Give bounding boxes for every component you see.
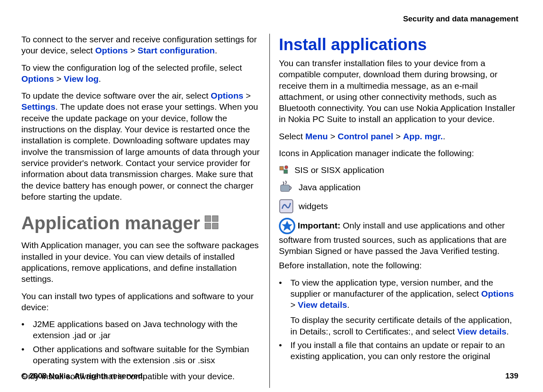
widgets-icon xyxy=(279,199,294,214)
app-manager-icon xyxy=(204,215,221,231)
link-control-panel[interactable]: Control panel xyxy=(338,131,393,141)
link-menu[interactable]: Menu xyxy=(305,131,328,141)
para-icons-indicate: Icons in Application manager indicate th… xyxy=(279,148,518,159)
text: To update the device software over the a… xyxy=(21,91,211,100)
sis-icon xyxy=(279,165,290,175)
svg-rect-1 xyxy=(212,216,218,221)
text: To view the application type, version nu… xyxy=(290,278,493,298)
list-item: • If you install a file that contains an… xyxy=(279,339,518,362)
para-security-cert: To display the security certificate deta… xyxy=(290,314,518,337)
bullet-text: Other applications and software suitable… xyxy=(33,344,260,366)
copyright-text: © 2008 Nokia. All rights reserved. xyxy=(21,371,145,380)
content-columns: To connect to the server and receive con… xyxy=(21,34,518,388)
link-start-configuration[interactable]: Start configuration xyxy=(138,46,215,55)
icon-label: Java application xyxy=(299,182,361,193)
right-column: Install applications You can transfer in… xyxy=(270,34,518,388)
para-view-details: To view the application type, version nu… xyxy=(290,277,518,311)
link-options[interactable]: Options xyxy=(95,46,128,55)
para-install-types: You can install two types of application… xyxy=(21,291,260,313)
svg-point-6 xyxy=(285,166,288,169)
breadcrumb-arrow: > xyxy=(56,74,64,83)
important-note: Important: Only install and use applicat… xyxy=(279,218,518,257)
list-item: • To view the application type, version … xyxy=(279,277,518,337)
text: . xyxy=(347,300,350,309)
bullet-dot: • xyxy=(279,339,290,362)
bullet-dot: • xyxy=(279,277,290,337)
breadcrumb-arrow: > xyxy=(130,46,138,55)
svg-rect-0 xyxy=(205,216,211,221)
bullet-text: J2ME applications based on Java technolo… xyxy=(33,318,260,341)
svg-rect-4 xyxy=(280,166,283,170)
svg-rect-7 xyxy=(281,185,290,191)
list-item: • J2ME applications based on Java techno… xyxy=(21,318,260,341)
link-options[interactable]: Options xyxy=(481,289,514,298)
para-select-appmgr: Select Menu > Control panel > App. mgr.. xyxy=(279,131,518,142)
text: . xyxy=(506,327,509,336)
text: To view the configuration log of the sel… xyxy=(21,63,242,72)
text: . xyxy=(443,131,445,141)
page-number: 139 xyxy=(505,371,518,380)
icon-row-widgets: widgets xyxy=(279,199,518,214)
bullet-text: If you install a file that contains an u… xyxy=(290,339,518,362)
bullet-dot: • xyxy=(21,318,33,341)
link-settings[interactable]: Settings xyxy=(21,102,55,111)
section-header: Security and data management xyxy=(21,14,518,23)
para-appmgr-desc: With Application manager, you can see th… xyxy=(21,240,260,284)
link-view-log[interactable]: View log xyxy=(64,74,99,83)
link-options[interactable]: Options xyxy=(211,91,243,100)
icon-label: widgets xyxy=(299,201,328,212)
heading-application-manager: Application manager xyxy=(21,211,260,235)
link-options[interactable]: Options xyxy=(21,74,54,83)
text: . xyxy=(99,74,101,83)
heading-text: Application manager xyxy=(21,211,200,235)
important-icon xyxy=(279,218,295,234)
bullet-list-types: • J2ME applications based on Java techno… xyxy=(21,318,260,366)
breadcrumb-arrow: > xyxy=(396,131,403,141)
icon-row-java: Java application xyxy=(279,180,518,195)
link-app-mgr[interactable]: App. mgr. xyxy=(403,131,443,141)
svg-rect-3 xyxy=(212,223,218,229)
breadcrumb-arrow: > xyxy=(290,300,298,309)
heading-install-applications: Install applications xyxy=(279,34,518,55)
list-item: • Other applications and software suitab… xyxy=(21,344,260,366)
para-transfer-files: You can transfer installation files to y… xyxy=(279,58,518,125)
text: . xyxy=(215,46,217,55)
bullet-dot: • xyxy=(21,344,33,366)
text: . The update does not erase your setting… xyxy=(21,102,260,201)
text: Select xyxy=(279,131,305,141)
breadcrumb-arrow: > xyxy=(246,91,251,100)
bullet-list-before-install: • To view the application type, version … xyxy=(279,277,518,362)
para-before-install: Before installation, note the following: xyxy=(279,260,518,271)
page-footer: © 2008 Nokia. All rights reserved. 139 xyxy=(21,371,518,380)
link-view-details[interactable]: View details xyxy=(298,300,347,309)
icon-row-sis: SIS or SISX application xyxy=(279,164,518,175)
para-connect-server: To connect to the server and receive con… xyxy=(21,34,260,56)
svg-rect-5 xyxy=(284,170,288,173)
left-column: To connect to the server and receive con… xyxy=(21,34,270,388)
breadcrumb-arrow: > xyxy=(330,131,338,141)
link-view-details[interactable]: View details xyxy=(457,327,506,336)
important-label: Important: xyxy=(298,220,341,230)
icon-label: SIS or SISX application xyxy=(295,164,384,175)
para-update-software: To update the device software over the a… xyxy=(21,90,260,202)
bullet-content: To view the application type, version nu… xyxy=(290,277,518,337)
svg-rect-2 xyxy=(205,223,211,229)
para-view-log: To view the configuration log of the sel… xyxy=(21,62,260,85)
java-icon xyxy=(279,180,294,195)
